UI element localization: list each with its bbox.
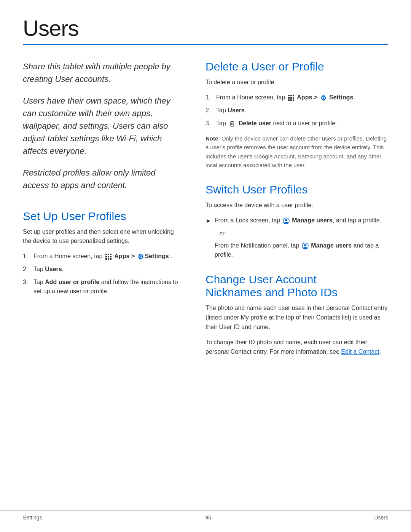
set-up-step-2: 2. Tap Users. [23, 265, 183, 274]
delete-step-2-users-bold: Users [228, 107, 244, 113]
switch-bullet-2-content: From the Notification panel, tap Manage … [215, 241, 388, 259]
manage-users-icon-1 [283, 217, 290, 224]
left-column: Share this tablet with multiple people b… [23, 60, 183, 371]
svg-rect-8 [110, 258, 112, 260]
svg-rect-6 [105, 258, 107, 260]
svg-rect-12 [288, 95, 290, 96]
delete-step-num-3: 3. [206, 119, 213, 128]
switch-section: Switch User Profiles To access the devic… [206, 183, 388, 259]
change-title-line2: Nicknames and Photo IDs [206, 286, 338, 299]
set-up-section-title: Set Up User Profiles [23, 210, 183, 223]
switch-bullet-1: ► From a Lock screen, tap Manage users [206, 216, 388, 225]
delete-section-title: Delete a User or Profile [206, 60, 388, 73]
change-account-section: Change User Account Nicknames and Photo … [206, 273, 388, 357]
change-text-1: The photo and name each user uses in the… [206, 304, 388, 332]
switch-manage-bold-1: Manage users [292, 217, 333, 224]
switch-section-title: Switch User Profiles [206, 183, 388, 196]
bullet-arrow-icon: ► [206, 216, 212, 225]
page-title: Users [23, 15, 388, 41]
delete-step-num-1: 1. [206, 93, 213, 102]
delete-step-2-content: Tap Users. [216, 106, 388, 115]
step-num-2: 2. [23, 265, 30, 274]
step-1-content: From a Home screen, tap [33, 252, 183, 261]
svg-rect-2 [110, 254, 112, 255]
svg-rect-5 [110, 256, 112, 257]
delete-step-num-2: 2. [206, 106, 213, 115]
step-num-1: 1. [23, 252, 30, 261]
step-num-3: 3. [23, 278, 30, 296]
svg-rect-1 [108, 254, 109, 255]
footer-center: 95 [205, 514, 211, 521]
svg-rect-0 [105, 254, 107, 255]
two-col-layout: Share this tablet with multiple people b… [23, 60, 388, 371]
step-2-content: Tap Users. [33, 265, 183, 274]
step-3-content: Tap Add user or profile and follow the i… [33, 278, 183, 296]
manage-users-icon-2 [302, 243, 309, 249]
svg-rect-17 [293, 97, 294, 99]
delete-step-2: 2. Tap Users. [206, 106, 388, 115]
svg-rect-20 [293, 99, 294, 101]
step-2-users-bold: Users [45, 266, 62, 272]
delete-step-1: 1. From a Home screen, tap [206, 93, 388, 102]
svg-point-11 [140, 256, 142, 257]
svg-point-32 [285, 219, 287, 221]
set-up-step-1: 1. From a Home screen, tap [23, 252, 183, 261]
edit-contact-link[interactable]: Edit a Contact [341, 348, 379, 355]
title-rule [23, 44, 388, 45]
delete-step-3-content: Tap [216, 119, 388, 128]
set-up-step-3: 3. Tap Add user or profile and follow th… [23, 278, 183, 296]
note-label: Note [206, 135, 218, 142]
switch-subtitle: To access the device with a user profile… [206, 201, 388, 210]
settings-gear-icon-right-1 [320, 94, 327, 101]
intro-text-1: Share this tablet with multiple people b… [23, 60, 183, 85]
switch-manage-bold-2: Manage users [311, 242, 352, 249]
delete-note: Note: Only the device owner can delete o… [206, 134, 388, 169]
delete-step-1-content: From a Home screen, tap [216, 93, 388, 102]
set-up-steps-list: 1. From a Home screen, tap [23, 252, 183, 296]
trash-icon [228, 120, 236, 128]
step-1-apps-bold: Apps > [114, 253, 135, 259]
page-footer: Settings 95 Users [0, 510, 411, 521]
svg-rect-14 [293, 95, 294, 96]
apps-grid-icon [105, 253, 112, 260]
delete-step-1-apps-bold: Apps > [297, 94, 317, 101]
set-up-subtitle: Set up user profiles and then select one… [23, 227, 183, 246]
change-title-line1: Change User Account [206, 273, 317, 286]
delete-subtitle: To delete a user or profile: [206, 78, 388, 87]
change-text-2: To change their ID photo and name, each … [206, 338, 388, 357]
delete-step-3-bold: Delete user [239, 120, 271, 126]
delete-section: Delete a User or Profile To delete a use… [206, 60, 388, 169]
delete-step-1-settings-bold: Settings [329, 94, 353, 101]
svg-rect-15 [288, 97, 290, 99]
step-3-add-bold: Add user or profile [45, 279, 99, 285]
page-container: Users Share this tablet with multiple pe… [0, 0, 411, 401]
delete-steps-list: 1. From a Home screen, tap [206, 93, 388, 128]
apps-grid-icon-right [288, 94, 295, 101]
footer-left: Settings [23, 514, 42, 521]
settings-gear-icon-left-1 [137, 253, 144, 260]
svg-rect-7 [108, 258, 109, 260]
svg-rect-16 [290, 97, 292, 99]
svg-rect-18 [288, 99, 290, 101]
or-divider: – or – [215, 230, 388, 236]
switch-bullet-1-content: From a Lock screen, tap Manage users, an… [215, 216, 381, 225]
svg-rect-24 [231, 122, 234, 126]
svg-point-34 [304, 244, 306, 246]
right-column: Delete a User or Profile To delete a use… [206, 60, 388, 371]
svg-rect-3 [105, 256, 107, 257]
delete-step-3: 3. Tap [206, 119, 388, 128]
svg-rect-4 [108, 256, 109, 257]
step-1-settings-bold: Settings [145, 253, 169, 259]
svg-rect-19 [290, 99, 292, 101]
svg-point-23 [323, 97, 324, 99]
svg-rect-13 [290, 95, 292, 96]
restricted-text: Restricted profiles allow only limited a… [23, 166, 183, 192]
intro-text-2: Users have their own space, which they c… [23, 94, 183, 157]
footer-right: Users [374, 514, 388, 521]
change-account-title: Change User Account Nicknames and Photo … [206, 273, 388, 299]
switch-bullet-list: ► From a Lock screen, tap Manage users [206, 216, 388, 225]
